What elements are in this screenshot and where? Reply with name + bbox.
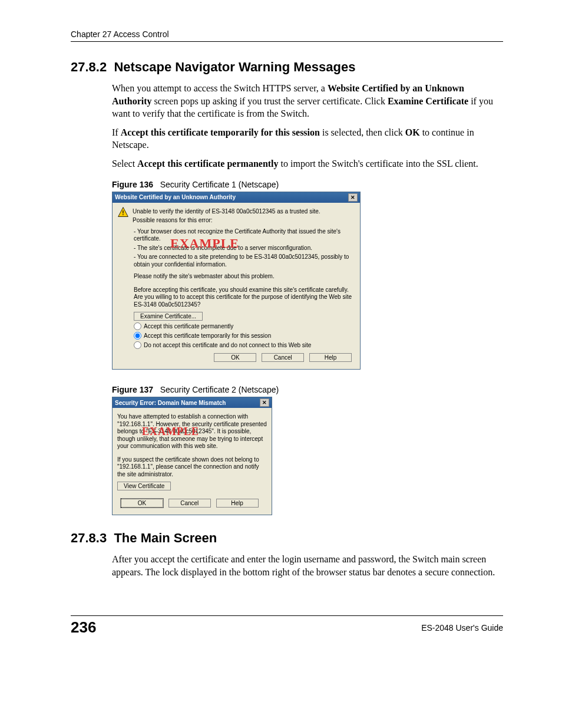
text-run: is selected, then click [320,127,405,137]
close-icon[interactable]: ✕ [260,398,269,407]
radio-accept-temporarily[interactable]: Accept this certificate temporarily for … [134,332,355,340]
figure-title: Security Certificate 1 (Netscape) [160,180,279,189]
svg-text:!: ! [122,210,124,216]
radio-accept-permanently[interactable]: Accept this certificate permanently [134,322,355,330]
dialog-title-text: Website Certified by an Unknown Authorit… [115,194,236,200]
text-run-bold: Accept this certificate permanently [137,159,278,169]
figure-number: Figure 137 [112,385,153,394]
netscape-cert-dialog-1: Website Certified by an Unknown Authorit… [112,192,361,370]
paragraph-1: When you attempt to access the Switch HT… [112,82,503,120]
dialog-mismatch-text-2: If you suspect the certificate shown doe… [117,456,267,479]
chapter-header: Chapter 27 Access Control [71,29,503,42]
paragraph-main-screen: After you accept the certificate and ent… [112,553,503,578]
dialog-title-text: Security Error: Domain Name Mismatch [115,400,226,406]
text-run: When you attempt to access the Switch HT… [112,83,328,93]
section-title: The Main Screen [114,531,217,545]
cancel-button[interactable]: Cancel [168,499,211,508]
dialog-reason-2: - The site's certificate is incomplete d… [134,245,355,252]
dialog-reason-3: - You are connected to a site pretending… [134,253,355,268]
figure-137-caption: Figure 137 Security Certificate 2 (Netsc… [112,385,503,394]
dialog-title-bar: Website Certified by an Unknown Authorit… [113,192,360,203]
guide-title: ES-2048 User's Guide [421,623,503,633]
figure-number: Figure 136 [112,180,153,189]
section-title: Netscape Navigator Warning Messages [114,60,355,74]
radio-label: Accept this certificate permanently [144,323,233,330]
help-button[interactable]: Help [309,353,352,362]
dialog-notify: Please notify the site's webmaster about… [134,273,355,281]
help-button[interactable]: Help [216,499,259,508]
section-number: 27.8.2 [71,60,107,74]
figure-title: Security Certificate 2 (Netscape) [160,385,279,394]
section-number: 27.8.3 [71,531,107,545]
text-run: Select [112,159,137,169]
text-run-bold: Examine Certificate [388,96,468,106]
radio-do-not-accept[interactable]: Do not accept this certificate and do no… [134,341,355,349]
page-number: 236 [71,618,96,637]
dialog-text-unable: Unable to verify the identity of ES-3148… [133,208,355,216]
dialog-mismatch-text-1: You have attempted to establish a connec… [117,413,267,450]
view-certificate-button[interactable]: View Certificate [117,482,171,490]
dialog-text-reasons: Possible reasons for this error: [133,217,355,225]
page-footer: 236 ES-2048 User's Guide [71,615,503,637]
dialog-title-bar: Security Error: Domain Name Mismatch ✕ [113,397,272,408]
netscape-cert-dialog-2: Security Error: Domain Name Mismatch ✕ E… [112,397,272,515]
warning-icon: ! [117,206,129,218]
text-run: to import the Switch's certificate into … [279,159,478,169]
cancel-button[interactable]: Cancel [262,353,304,362]
section-heading-2782: 27.8.2 Netscape Navigator Warning Messag… [71,60,503,75]
radio-label: Accept this certificate temporarily for … [144,332,271,339]
ok-button[interactable]: OK [121,499,163,508]
paragraph-3: Select Accept this certificate permanent… [112,157,503,170]
text-run-bold: OK [405,127,420,137]
paragraph-2: If Accept this certificate temporarily f… [112,126,503,151]
examine-certificate-button[interactable]: Examine Certificate... [134,312,203,321]
text-run-bold: Accept this certificate temporarily for … [121,127,320,137]
text-run: screen pops up asking if you trust the s… [152,96,388,106]
dialog-reason-1: - Your browser does not recognize the Ce… [134,228,355,243]
section-heading-2783: 27.8.3 The Main Screen [71,531,503,546]
dialog-before-accept: Before accepting this certificate, you s… [134,286,355,309]
ok-button[interactable]: OK [214,353,256,362]
text-run: If [112,127,121,137]
close-icon[interactable]: ✕ [348,193,358,202]
figure-136-caption: Figure 136 Security Certificate 1 (Netsc… [112,180,503,189]
radio-label: Do not accept this certificate and do no… [144,342,311,348]
